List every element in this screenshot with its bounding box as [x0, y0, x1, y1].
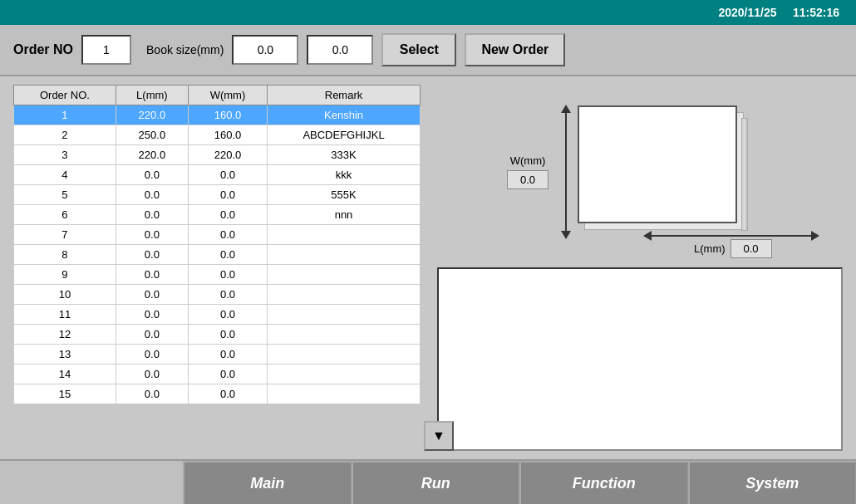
- cell-l: 0.0: [116, 185, 188, 205]
- note-text-box[interactable]: [437, 267, 843, 451]
- main-nav-button[interactable]: Main: [183, 461, 352, 504]
- cell-no: 13: [14, 345, 116, 365]
- cell-remark: [268, 245, 421, 265]
- table-row[interactable]: 150.00.0: [14, 384, 421, 404]
- table-row[interactable]: 60.00.0nnn: [14, 205, 421, 225]
- cell-w: 0.0: [188, 345, 267, 365]
- vertical-arrow: [565, 110, 567, 234]
- cell-w: 160.0: [188, 125, 267, 145]
- cell-no: 7: [14, 225, 116, 245]
- table-row[interactable]: 80.00.0: [14, 245, 421, 265]
- order-no-input[interactable]: [81, 35, 131, 65]
- cell-l: 0.0: [116, 345, 188, 365]
- cell-no: 5: [14, 185, 116, 205]
- table-row[interactable]: 130.00.0: [14, 345, 421, 365]
- cell-l: 220.0: [116, 105, 188, 125]
- col-header-order-no: Order NO.: [14, 86, 116, 105]
- cell-w: 0.0: [188, 305, 267, 325]
- book-size-w-input[interactable]: [232, 35, 298, 65]
- cell-no: 1: [14, 105, 116, 125]
- l-label-area: L(mm) 0.0: [694, 239, 772, 258]
- cell-w: 220.0: [188, 145, 267, 165]
- cell-w: 0.0: [188, 185, 267, 205]
- book-cover: [578, 105, 737, 223]
- cell-remark: [268, 384, 421, 404]
- cell-l: 0.0: [116, 384, 188, 404]
- table-row[interactable]: 3220.0220.0333K: [14, 145, 421, 165]
- cell-no: 6: [14, 205, 116, 225]
- cell-l: 250.0: [116, 125, 188, 145]
- table-row[interactable]: 100.00.0: [14, 285, 421, 305]
- table-row[interactable]: 110.00.0: [14, 305, 421, 325]
- cell-remark: ABCDEFGHIJKL: [268, 125, 421, 145]
- cell-no: 10: [14, 285, 116, 305]
- table-row[interactable]: 40.00.0kkk: [14, 165, 421, 185]
- w-value-box: 0.0: [507, 170, 549, 189]
- col-header-w: W(mm): [188, 86, 267, 105]
- table-row[interactable]: 50.00.0555K: [14, 185, 421, 205]
- run-nav-button[interactable]: Run: [352, 461, 520, 504]
- cell-remark: [268, 305, 421, 325]
- cell-l: 0.0: [116, 205, 188, 225]
- cell-w: 0.0: [188, 245, 267, 265]
- cell-remark: [268, 225, 421, 245]
- cell-no: 14: [14, 365, 116, 384]
- cell-remark: kkk: [268, 165, 421, 185]
- cell-l: 0.0: [116, 265, 188, 285]
- table-row[interactable]: 120.00.0: [14, 325, 421, 345]
- col-header-l: L(mm): [116, 86, 188, 105]
- cell-w: 0.0: [188, 285, 267, 305]
- new-order-button[interactable]: New Order: [465, 33, 565, 66]
- cell-remark: Kenshin: [268, 105, 421, 125]
- table-row[interactable]: 90.00.0: [14, 265, 421, 285]
- table-row[interactable]: 70.00.0: [14, 225, 421, 245]
- table-row[interactable]: 1220.0160.0Kenshin: [14, 105, 421, 125]
- l-value-box: 0.0: [731, 239, 772, 258]
- book-size-h-input[interactable]: [307, 35, 373, 65]
- cell-l: 0.0: [116, 325, 188, 345]
- cell-remark: [268, 345, 421, 365]
- cell-remark: 555K: [268, 185, 421, 205]
- cell-no: 9: [14, 265, 116, 285]
- book-size-label: Book size(mm): [146, 43, 224, 56]
- order-table: Order NO. L(mm) W(mm) Remark 1220.0160.0…: [13, 85, 421, 404]
- cell-no: 2: [14, 125, 116, 145]
- function-nav-button[interactable]: Function: [519, 461, 688, 504]
- top-bar: 2020/11/25 11:52:16: [0, 0, 856, 25]
- cell-l: 0.0: [116, 165, 188, 185]
- table-row[interactable]: 2250.0160.0ABCDEFGHIJKL: [14, 125, 421, 145]
- cell-remark: [268, 325, 421, 345]
- time-text: 11:52:16: [793, 6, 839, 19]
- cell-remark: [268, 265, 421, 285]
- cell-w: 0.0: [188, 384, 267, 404]
- cell-remark: [268, 285, 421, 305]
- cell-w: 0.0: [188, 165, 267, 185]
- right-section: W(mm) 0.0 L(mm) 0.0: [437, 85, 843, 451]
- cell-w: 0.0: [188, 325, 267, 345]
- cell-w: 160.0: [188, 105, 267, 125]
- footer-nav: Main Run Function System: [0, 459, 856, 504]
- diagram-container: W(mm) 0.0 L(mm) 0.0: [507, 97, 773, 247]
- cell-w: 0.0: [188, 225, 267, 245]
- cell-no: 12: [14, 325, 116, 345]
- book-diagram: W(mm) 0.0 L(mm) 0.0: [437, 85, 843, 259]
- col-header-remark: Remark: [268, 86, 421, 105]
- table-section: Order NO. L(mm) W(mm) Remark 1220.0160.0…: [13, 85, 421, 451]
- w-dimension-label: W(mm): [510, 154, 546, 167]
- cell-l: 0.0: [116, 245, 188, 265]
- order-no-label: Order NO: [13, 42, 73, 57]
- cell-no: 15: [14, 384, 116, 404]
- cell-no: 3: [14, 145, 116, 165]
- main-content: Order NO. L(mm) W(mm) Remark 1220.0160.0…: [0, 76, 856, 459]
- cell-no: 4: [14, 165, 116, 185]
- w-label-area: W(mm) 0.0: [507, 154, 549, 189]
- cell-no: 8: [14, 245, 116, 265]
- date-text: 2020/11/25: [718, 6, 776, 19]
- select-button[interactable]: Select: [381, 33, 456, 66]
- scroll-down-button[interactable]: ▼: [424, 421, 454, 451]
- system-nav-button[interactable]: System: [688, 461, 857, 504]
- cell-l: 0.0: [116, 285, 188, 305]
- datetime-display: 2020/11/25 11:52:16: [718, 6, 839, 19]
- table-row[interactable]: 140.00.0: [14, 365, 421, 384]
- cell-w: 0.0: [188, 265, 267, 285]
